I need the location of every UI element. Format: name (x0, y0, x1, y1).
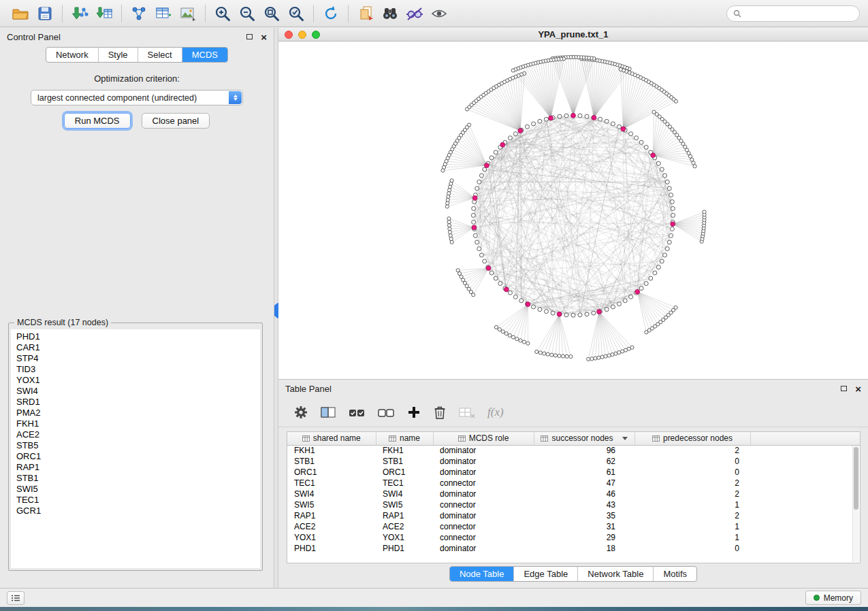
share-document-button[interactable] (353, 3, 378, 24)
table-row[interactable]: YOX1YOX1connector291 (287, 532, 860, 543)
select-all-button[interactable] (348, 406, 366, 419)
table-cell: 62 (534, 456, 634, 467)
tab-network[interactable]: Network (46, 48, 99, 62)
panel-splitter[interactable] (274, 28, 278, 588)
mcds-result-item[interactable]: SWI5 (16, 484, 260, 495)
run-mcds-button[interactable]: Run MCDS (64, 113, 131, 129)
mcds-result-item[interactable]: TID3 (16, 364, 260, 375)
table-row[interactable]: STB1STB1dominator620 (287, 456, 860, 467)
table-cell: 46 (534, 489, 634, 499)
table-cell-filler (750, 532, 860, 543)
float-panel-icon[interactable] (841, 386, 847, 391)
zoom-out-button[interactable] (235, 3, 259, 24)
table-cell-filler (750, 467, 860, 478)
memory-status-icon (814, 595, 820, 601)
column-layout-button[interactable] (320, 406, 336, 419)
memory-button[interactable]: Memory (805, 591, 861, 605)
mcds-result-item[interactable]: PMA2 (16, 408, 260, 418)
mcds-result-item[interactable]: STB1 (16, 473, 260, 484)
network-window-titlebar[interactable]: YPA_prune.txt_1 (278, 28, 868, 42)
column-header-label: predecessor nodes (663, 433, 733, 443)
close-panel-button[interactable]: Close panel (142, 113, 210, 129)
search-icon (733, 10, 741, 18)
list-icon (11, 594, 20, 602)
close-panel-icon[interactable]: × (855, 384, 861, 394)
search-input[interactable] (745, 9, 853, 18)
import-table-button[interactable] (92, 3, 116, 24)
column-header-successor-nodes[interactable]: successor nodes (534, 432, 634, 445)
table-tab-edge-table[interactable]: Edge Table (514, 567, 578, 581)
import-network-button[interactable] (67, 3, 92, 24)
table-row[interactable]: PHD1PHD1dominator180 (287, 543, 860, 554)
new-network-button[interactable] (127, 3, 151, 24)
new-table-button[interactable] (151, 3, 176, 24)
table-settings-button[interactable] (293, 405, 308, 420)
tab-mcds[interactable]: MCDS (182, 48, 227, 62)
mcds-result-item[interactable]: SRD1 (16, 397, 260, 408)
column-header-shared-name[interactable]: shared name (287, 432, 376, 445)
open-file-button[interactable] (8, 3, 33, 24)
network-canvas[interactable] (278, 42, 868, 380)
add-column-button[interactable] (406, 405, 421, 420)
show-details-button[interactable] (427, 3, 451, 24)
table-row[interactable]: SWI5SWI5connector431 (287, 499, 860, 510)
deselect-all-button[interactable] (377, 406, 395, 419)
tab-select[interactable]: Select (138, 48, 182, 62)
table-cell: 31 (534, 521, 634, 532)
mcds-result-item[interactable]: RAP1 (16, 462, 260, 473)
zoom-in-button[interactable] (210, 3, 235, 24)
control-panel-tabs: NetworkStyleSelectMCDS (46, 47, 228, 63)
table-tab-network-table[interactable]: Network Table (578, 567, 654, 581)
table-row[interactable]: SWI4SWI4dominator462 (287, 489, 860, 499)
table-scrollbar[interactable] (852, 446, 859, 562)
mcds-result-item[interactable]: FKH1 (16, 418, 260, 429)
minimize-window-icon[interactable] (298, 31, 306, 39)
table-cell: 35 (534, 510, 634, 521)
mcds-result-item[interactable]: PHD1 (16, 331, 260, 342)
table-tab-node-table[interactable]: Node Table (450, 567, 515, 581)
mcds-result-item[interactable]: YOX1 (16, 375, 260, 386)
table-tab-motifs[interactable]: Motifs (654, 567, 696, 581)
zoom-fit-button[interactable] (259, 3, 284, 24)
optimization-criterion-dropdown[interactable]: largest connected component (undirected) (31, 90, 243, 105)
close-panel-icon[interactable]: × (261, 32, 267, 42)
table-row[interactable]: TEC1TEC1connector472 (287, 478, 860, 489)
table-cell: dominator (433, 467, 534, 478)
mcds-result-item[interactable]: GCR1 (16, 506, 260, 516)
mcds-result-item[interactable]: ACE2 (16, 429, 260, 440)
table-grid-icon (155, 5, 172, 22)
table-row[interactable]: FKH1FKH1dominator962 (287, 445, 860, 456)
close-window-icon[interactable] (285, 31, 293, 39)
mcds-result-item[interactable]: CAR1 (16, 342, 260, 353)
column-header-predecessor-nodes[interactable]: predecessor nodes (634, 432, 750, 445)
table-cell: dominator (433, 445, 534, 456)
table-row[interactable]: RAP1RAP1dominator352 (287, 510, 860, 521)
table-cell-filler (750, 456, 860, 467)
delete-column-button[interactable] (433, 405, 447, 420)
column-header-MCDS-role[interactable]: MCDS role (433, 432, 534, 445)
hide-details-button[interactable] (402, 3, 427, 24)
table-row[interactable]: ACE2ACE2connector311 (287, 521, 860, 532)
function-builder-button[interactable]: f(x) (487, 406, 504, 419)
mcds-result-item[interactable]: SWI4 (16, 386, 260, 397)
maximize-window-icon[interactable] (312, 31, 320, 39)
mcds-result-item[interactable]: STB5 (16, 440, 260, 451)
refresh-layout-button[interactable] (319, 3, 343, 24)
table-cell: ORC1 (287, 467, 376, 478)
toolbar-search-field[interactable] (726, 5, 860, 22)
scrollbar-thumb[interactable] (854, 447, 858, 510)
save-session-button[interactable] (33, 3, 57, 24)
mcds-result-item[interactable]: ORC1 (16, 451, 260, 462)
tab-style[interactable]: Style (99, 48, 138, 62)
float-panel-icon[interactable] (246, 34, 253, 39)
network-graph[interactable] (278, 42, 868, 379)
mcds-result-item[interactable]: TEC1 (16, 495, 260, 506)
control-panel-title: Control Panel (7, 32, 61, 42)
search-binoculars-button[interactable] (378, 3, 402, 24)
export-image-button[interactable] (176, 3, 200, 24)
zoom-selected-button[interactable] (284, 3, 308, 24)
column-header-name[interactable]: name (376, 432, 433, 445)
table-row[interactable]: ORC1ORC1dominator610 (287, 467, 860, 478)
mcds-result-item[interactable]: STP4 (16, 353, 260, 364)
task-history-button[interactable] (7, 591, 25, 605)
